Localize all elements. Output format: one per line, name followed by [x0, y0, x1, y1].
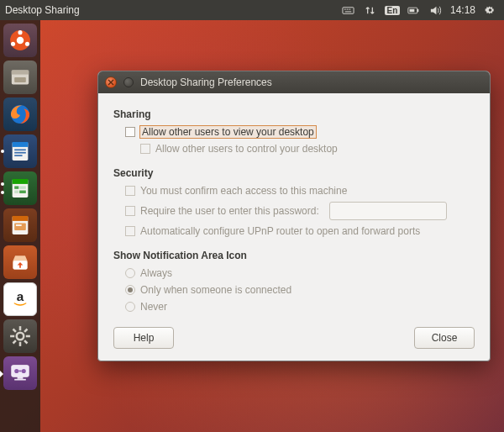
option-notify-only-label: Only when someone is connected: [140, 284, 291, 296]
svg-rect-45: [14, 379, 26, 381]
svg-rect-6: [417, 8, 419, 11]
svg-rect-0: [343, 7, 354, 13]
section-security-head: Security: [113, 167, 475, 179]
option-confirm-access: You must confirm each access to this mac…: [113, 182, 475, 199]
svg-rect-26: [14, 191, 18, 193]
svg-rect-21: [14, 155, 22, 156]
svg-rect-23: [13, 179, 29, 184]
network-icon[interactable]: [363, 3, 378, 18]
svg-rect-14: [12, 71, 29, 75]
svg-line-41: [24, 329, 27, 332]
help-button[interactable]: Help: [113, 327, 174, 349]
option-allow-control: Allow other users to control your deskto…: [113, 140, 475, 157]
launcher-settings[interactable]: [3, 319, 37, 353]
checkbox-icon: [125, 206, 135, 216]
svg-point-47: [22, 369, 26, 373]
svg-point-10: [18, 30, 22, 34]
close-icon[interactable]: [105, 76, 117, 88]
launcher-writer[interactable]: [3, 134, 37, 168]
svg-rect-7: [410, 8, 415, 11]
option-notify-always: Always: [113, 265, 475, 282]
option-allow-view[interactable]: Allow other users to view your desktop: [113, 124, 475, 140]
section-sharing-head: Sharing: [113, 108, 475, 120]
svg-rect-29: [13, 216, 29, 221]
launcher-files[interactable]: [3, 61, 37, 94]
launcher-impress[interactable]: [3, 208, 37, 242]
option-require-password: Require the user to enter this password:: [113, 199, 475, 223]
radio-icon: [125, 302, 135, 312]
launcher-amazon[interactable]: a: [3, 282, 37, 316]
close-button[interactable]: Close: [414, 327, 475, 349]
preferences-window: Desktop Sharing Preferences Sharing Allo…: [97, 71, 491, 361]
launcher-desktop-sharing[interactable]: [3, 356, 37, 390]
svg-line-39: [13, 329, 16, 332]
launcher-dash[interactable]: [3, 24, 37, 57]
option-notify-always-label: Always: [140, 267, 172, 279]
svg-rect-31: [16, 224, 22, 226]
svg-point-12: [25, 42, 29, 46]
svg-rect-4: [345, 11, 352, 12]
checkbox-icon: [140, 144, 150, 154]
launcher-firefox[interactable]: [3, 97, 37, 131]
password-field: [329, 202, 447, 220]
language-indicator[interactable]: En: [385, 3, 400, 18]
option-require-password-label: Require the user to enter this password:: [140, 205, 319, 217]
checkbox-icon: [125, 226, 135, 236]
dialog-content: Sharing Allow other users to view your d…: [98, 93, 490, 361]
svg-rect-1: [344, 8, 346, 9]
panel-title: Desktop Sharing: [5, 4, 80, 16]
svg-text:a: a: [17, 289, 24, 303]
minimize-icon[interactable]: [123, 77, 134, 87]
option-notify-never-label: Never: [140, 301, 167, 313]
checkbox-icon: [125, 186, 135, 196]
svg-point-34: [17, 333, 24, 340]
svg-point-46: [14, 369, 18, 373]
clock[interactable]: 14:18: [450, 4, 475, 16]
svg-rect-18: [13, 142, 29, 147]
svg-rect-15: [14, 77, 26, 82]
svg-point-11: [11, 42, 15, 46]
option-notify-never: Never: [113, 298, 475, 315]
option-upnp-label: Automatically configure UPnP router to o…: [140, 225, 420, 237]
svg-rect-44: [18, 377, 24, 379]
svg-rect-24: [14, 186, 18, 188]
svg-rect-2: [347, 8, 349, 9]
option-notify-only: Only when someone is connected: [113, 282, 475, 298]
titlebar[interactable]: Desktop Sharing Preferences: [98, 71, 490, 93]
svg-rect-30: [14, 223, 26, 230]
volume-icon[interactable]: [428, 3, 444, 18]
svg-rect-3: [349, 8, 351, 9]
radio-icon: [125, 285, 135, 295]
section-notify-head: Show Notification Area Icon: [113, 250, 475, 261]
option-allow-view-label: Allow other users to view your desktop: [140, 126, 316, 138]
launcher-software[interactable]: [3, 245, 37, 279]
keyboard-icon[interactable]: [341, 3, 356, 18]
gear-icon[interactable]: [482, 3, 497, 18]
launcher: a: [0, 20, 40, 432]
checkbox-icon[interactable]: [125, 127, 135, 137]
radio-icon: [125, 268, 135, 278]
window-title: Desktop Sharing Preferences: [140, 76, 272, 88]
battery-icon[interactable]: [407, 3, 422, 18]
option-upnp: Automatically configure UPnP router to o…: [113, 223, 475, 240]
launcher-calc[interactable]: [3, 171, 37, 205]
svg-point-9: [17, 37, 24, 45]
svg-rect-27: [19, 191, 26, 193]
option-confirm-access-label: You must confirm each access to this mac…: [140, 185, 347, 197]
desktop-background: Desktop Sharing En 14:18 a Desktop Shari…: [0, 0, 504, 432]
svg-rect-20: [14, 152, 26, 154]
option-allow-control-label: Allow other users to control your deskto…: [155, 143, 338, 155]
svg-rect-25: [19, 186, 26, 188]
svg-rect-19: [14, 149, 26, 150]
svg-line-40: [24, 340, 27, 343]
svg-line-42: [13, 340, 16, 343]
top-panel: Desktop Sharing En 14:18: [0, 0, 504, 20]
